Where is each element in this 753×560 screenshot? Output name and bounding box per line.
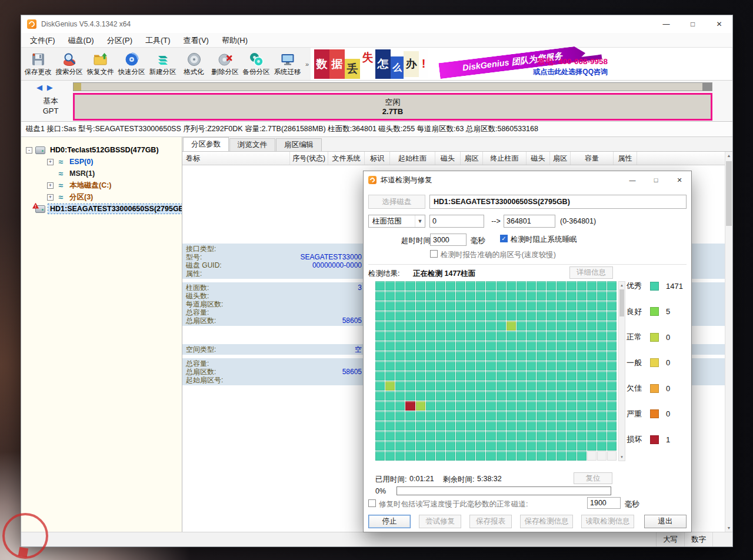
column-header-6[interactable]: 扇区 [461, 152, 483, 165]
scroll-down-icon[interactable]: ▼ [725, 524, 732, 532]
cylinder-cell [416, 451, 425, 461]
prevent-sleep-checkbox[interactable]: ✓ [500, 235, 508, 242]
collapse-icon[interactable]: - [26, 147, 32, 154]
panel-scrollbar[interactable]: ▲ ▼ [725, 152, 732, 532]
accurate-sector-checkbox[interactable] [430, 250, 438, 258]
save-report-button[interactable]: 保存报表 [469, 515, 512, 528]
selected-disk-field[interactable]: HD1:SEAGATEST33000650SS(2795GB) [429, 195, 687, 209]
cylinder-cell [476, 351, 485, 361]
scroll-up-icon[interactable]: ▲ [725, 152, 732, 159]
grid-scrollbar[interactable]: ▲ ▼ [618, 281, 625, 461]
load-detect-info-button[interactable]: 读取检测信息 [581, 515, 634, 528]
range-type-select[interactable]: 柱面范围 ▼ [368, 215, 425, 228]
menu-item-view[interactable]: 查看(V) [177, 33, 215, 48]
select-disk-button[interactable]: 选择磁盘 [368, 195, 425, 209]
timeout-input[interactable] [430, 234, 467, 246]
tree-item-hd0[interactable]: -HD0:Teclast512GBSSD(477GB) [21, 144, 182, 156]
column-header-1[interactable]: 序号(状态) [290, 152, 328, 165]
expand-icon[interactable]: + [47, 182, 54, 189]
column-header-0[interactable]: 卷标 [182, 152, 290, 165]
legend-swatch [650, 409, 659, 418]
tree-item-esp[interactable]: +ESP(0) [21, 156, 182, 168]
range-to-input[interactable] [504, 215, 555, 228]
range-from-input[interactable] [429, 215, 484, 228]
cylinder-cell [395, 421, 405, 431]
detail-info-button[interactable]: 详细信息 [569, 266, 613, 279]
tab-sector-edit[interactable]: 扇区编辑 [276, 138, 322, 151]
menu-item-help[interactable]: 帮助(H) [215, 33, 254, 48]
try-repair-button[interactable]: 尝试修复 [419, 515, 461, 528]
dialog-close-button[interactable]: ✕ [668, 171, 691, 189]
toolbar-backup-partition-button[interactable]: 备份分区 [241, 49, 272, 79]
cylinder-cell [597, 351, 607, 361]
toolbar-quick-partition-button[interactable]: 快速分区 [116, 49, 147, 79]
dialog-minimize-button[interactable]: — [621, 171, 644, 189]
cylinder-cell [597, 301, 607, 311]
cylinder-cell [416, 331, 425, 341]
exit-button[interactable]: 退出 [644, 515, 687, 528]
toolbar-system-migrate-button[interactable]: 系统迁移 [272, 49, 303, 79]
scrollbar-thumb[interactable] [726, 161, 732, 226]
repair-slow-checkbox[interactable] [368, 499, 376, 507]
toolbar-save-button[interactable]: 保存更改 [22, 49, 54, 79]
grid-scroll-up-icon[interactable]: ▲ [619, 282, 625, 289]
toolbar-delete-partition-button[interactable]: 删除分区 [209, 49, 241, 79]
column-header-7[interactable]: 终止柱面 [483, 152, 527, 165]
tab-browse-files[interactable]: 浏览文件 [229, 138, 275, 151]
cylinder-cell [446, 301, 455, 311]
service-phone: 致电: 400-008-9958 [487, 56, 608, 67]
tree-item-msr[interactable]: MSR(1) [21, 168, 182, 179]
cylinder-cell [587, 311, 597, 321]
cylinder-cell [527, 401, 536, 411]
cylinder-cell [567, 351, 576, 361]
expand-icon[interactable]: + [47, 159, 54, 165]
save-detect-info-button[interactable]: 保存检测信息 [520, 515, 573, 528]
tree-item-local-disk-c[interactable]: +本地磁盘(C:) [21, 179, 182, 191]
column-header-8[interactable]: 磁头 [527, 152, 550, 165]
toolbar-overflow-chevron[interactable]: » [303, 61, 311, 68]
free-space-block[interactable]: 空闲 2.7TB [73, 93, 712, 121]
qq-consult-link[interactable]: 或点击此处选择QQ咨询 [487, 67, 608, 77]
tab-partition-params[interactable]: 分区参数 [183, 137, 229, 151]
menu-item-file[interactable]: 文件(F) [24, 33, 62, 48]
toolbar-format-button[interactable]: 格式化 [178, 49, 209, 79]
tree-item-partition-3[interactable]: +分区(3) [21, 191, 182, 203]
column-header-9[interactable]: 扇区 [550, 152, 571, 165]
menu-item-partition[interactable]: 分区(P) [101, 33, 139, 48]
grid-scrollbar-thumb[interactable] [619, 289, 624, 316]
cylinder-cell [607, 371, 617, 381]
grid-scroll-down-icon[interactable]: ▼ [619, 454, 625, 461]
column-header-10[interactable]: 容量 [571, 152, 614, 165]
toolbar-new-partition-button[interactable]: 新建分区 [147, 49, 178, 79]
column-header-5[interactable]: 磁头 [435, 152, 461, 165]
maximize-button[interactable]: □ [679, 15, 706, 33]
reset-button[interactable]: 复位 [574, 472, 612, 484]
accurate-sector-label: 检测时报告准确的扇区号(速度较慢) [441, 250, 556, 260]
dialog-maximize-button[interactable]: □ [644, 171, 668, 189]
toolbar-recover-files-button[interactable]: 恢复文件 [85, 49, 116, 79]
cylinder-cell [405, 411, 415, 421]
cylinder-cell [517, 331, 526, 341]
legend-count: 0 [666, 384, 670, 393]
cylinder-cell [527, 321, 536, 331]
next-disk-arrow-icon[interactable]: ▶ [47, 83, 54, 92]
bad-track-dialog: 坏道检测与修复 — □ ✕ 选择磁盘 HD1:SEAGATEST33000650… [363, 171, 692, 532]
cylinder-cell [557, 281, 566, 291]
menu-item-disk[interactable]: 磁盘(D) [62, 33, 101, 48]
column-header-3[interactable]: 标识 [365, 152, 390, 165]
expand-icon[interactable]: + [47, 194, 54, 201]
cylinder-cell [557, 411, 566, 421]
column-header-4[interactable]: 起始柱面 [390, 152, 435, 165]
close-button[interactable]: ✕ [706, 15, 732, 33]
stop-button[interactable]: 停止 [368, 515, 411, 528]
toolbar-search-partition-button[interactable]: 搜索分区 [54, 49, 85, 79]
cylinder-cell [395, 371, 405, 381]
column-header-2[interactable]: 文件系统 [328, 152, 365, 165]
tree-item-hd1[interactable]: !HD1:SEAGATEST33000650SS(2795GB) [21, 203, 182, 215]
minimize-button[interactable]: — [653, 15, 679, 33]
cylinder-cell [567, 451, 576, 461]
column-header-11[interactable]: 属性 [614, 152, 637, 165]
repair-ms-input[interactable] [587, 497, 621, 509]
prev-disk-arrow-icon[interactable]: ◀ [36, 83, 44, 92]
menu-item-tools[interactable]: 工具(T) [139, 33, 177, 48]
